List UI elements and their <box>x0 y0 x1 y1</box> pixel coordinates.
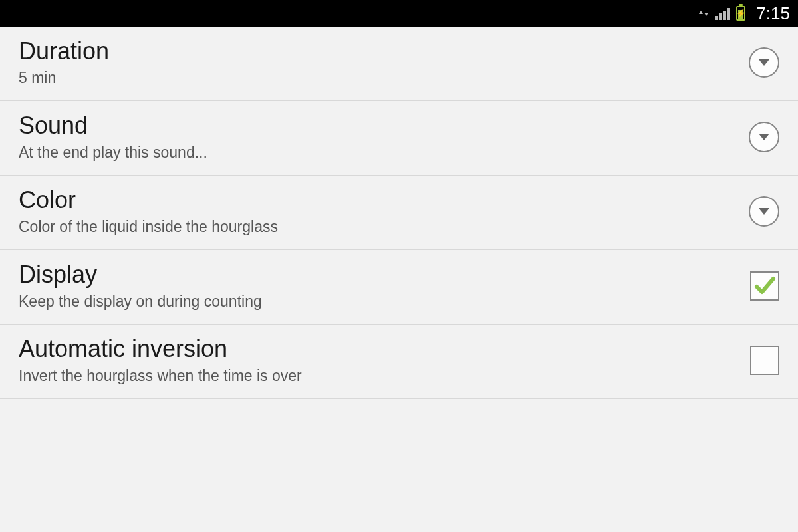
setting-color[interactable]: Color Color of the liquid inside the hou… <box>0 176 798 250</box>
setting-sound[interactable]: Sound At the end play this sound... <box>0 101 798 176</box>
setting-sound-subtitle: At the end play this sound... <box>19 144 207 162</box>
setting-color-subtitle: Color of the liquid inside the hourglass <box>19 218 278 236</box>
setting-duration-title: Duration <box>19 37 109 65</box>
setting-duration[interactable]: Duration 5 min <box>0 27 798 101</box>
setting-autoinvert-subtitle: Invert the hourglass when the time is ov… <box>19 367 302 385</box>
setting-display[interactable]: Display Keep the display on during count… <box>0 250 798 325</box>
svg-marker-2 <box>759 59 769 66</box>
svg-marker-0 <box>699 11 703 14</box>
checkbox-unchecked-icon[interactable] <box>750 346 779 375</box>
dropdown-icon[interactable] <box>749 196 779 227</box>
svg-marker-1 <box>704 13 708 16</box>
setting-duration-subtitle: 5 min <box>19 69 109 87</box>
svg-marker-3 <box>759 134 769 140</box>
network-data-icon <box>699 11 708 16</box>
dropdown-icon[interactable] <box>749 122 779 152</box>
signal-icon <box>715 7 730 20</box>
setting-sound-title: Sound <box>19 112 207 140</box>
battery-icon: ⚡ <box>736 6 745 21</box>
checkbox-checked-icon[interactable] <box>750 271 779 301</box>
dropdown-icon[interactable] <box>749 47 779 78</box>
setting-automatic-inversion[interactable]: Automatic inversion Invert the hourglass… <box>0 325 798 399</box>
status-bar: ⚡ 7:15 <box>0 0 798 27</box>
setting-display-subtitle: Keep the display on during counting <box>19 293 262 311</box>
svg-marker-4 <box>759 208 769 215</box>
setting-color-title: Color <box>19 186 278 214</box>
setting-display-title: Display <box>19 261 262 289</box>
setting-autoinvert-title: Automatic inversion <box>19 335 302 363</box>
settings-list: Duration 5 min Sound At the end play thi… <box>0 27 798 399</box>
status-time: 7:15 <box>756 3 790 24</box>
